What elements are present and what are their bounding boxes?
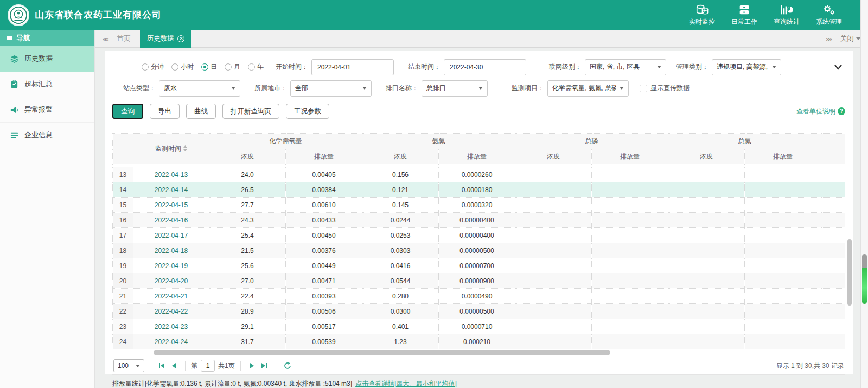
cell-nh_c: 0.401 [362, 319, 439, 334]
menu-query-statistics[interactable]: 查询统计 [773, 4, 801, 27]
radio-hour[interactable]: 小时 [171, 62, 194, 72]
cell-pad [821, 182, 845, 198]
menu-label: 系统管理 [816, 17, 842, 27]
cell-cod_e: 0.00539 [286, 334, 362, 349]
tabs-scroll-left-icon[interactable]: «« [103, 35, 107, 43]
table-row[interactable]: 192022-04-1925.60.004490.04160.00000700 [113, 258, 845, 273]
tabs-scroll-right-icon[interactable]: »» [826, 35, 831, 43]
menu-system-management[interactable]: 系统管理 [815, 4, 843, 27]
cell-pad [821, 319, 845, 334]
start-time-input[interactable] [311, 59, 394, 75]
sub-header-concentration: 浓度 [668, 149, 745, 164]
table-row[interactable]: 222022-04-2228.90.005060.03000.00000500 [113, 304, 845, 319]
cell-tn_e [745, 258, 821, 273]
next-page-button[interactable] [246, 360, 258, 372]
station-type-select[interactable]: 废水 [159, 80, 240, 97]
menu-label: 查询统计 [774, 17, 800, 27]
cell-nh_e: 0.0000710 [439, 319, 515, 334]
start-time-label: 开始时间： [276, 62, 308, 72]
curve-button[interactable]: 曲线 [186, 104, 216, 119]
sidebar-item-abnormal-alarm[interactable]: 异常报警 [0, 97, 94, 123]
table-horizontal-scrollbar[interactable] [154, 350, 610, 355]
tab-history-data[interactable]: 历史数据 ✕ [140, 30, 191, 48]
table-row[interactable]: 132022-04-1324.00.004050.1560.0000260 [113, 167, 845, 182]
last-page-button[interactable] [258, 360, 270, 372]
cell-pad [821, 228, 845, 243]
table-row[interactable]: 202022-04-2027.00.004710.05440.00000900 [113, 273, 845, 289]
unit-description-link[interactable]: 查看单位说明 ? [796, 107, 845, 116]
refresh-button[interactable] [282, 360, 293, 372]
table-vertical-scrollbar[interactable] [847, 239, 852, 306]
cell-pad [821, 198, 845, 213]
menu-daily-work[interactable]: 日常工作 [730, 4, 758, 27]
end-time-input[interactable] [444, 59, 526, 75]
table-row[interactable]: 232022-04-2329.10.005170.4010.0000710 [113, 319, 845, 334]
export-button[interactable]: 导出 [150, 104, 180, 119]
pad-column-header [821, 134, 845, 164]
collapse-filters-chevron-icon[interactable] [834, 65, 842, 70]
row-index: 23 [113, 319, 133, 334]
page-number-input[interactable] [201, 360, 215, 372]
cell-tn_c [668, 228, 745, 243]
cell-pad [821, 304, 845, 319]
city-select[interactable]: 全部 [290, 80, 372, 97]
outlet-name-select[interactable]: 总排口 [422, 80, 488, 97]
page-scrollbar-thumb[interactable] [862, 254, 867, 304]
monitor-item-select[interactable]: 化学需氧量, 氨氮, 总磷, 总氮 [547, 80, 629, 97]
cell-tp_e [592, 319, 668, 334]
layers-icon [10, 54, 19, 63]
cell-cod_e: 0.00393 [286, 289, 362, 304]
radio-year[interactable]: 年 [248, 62, 264, 72]
cell-cod_c: 21.5 [209, 243, 286, 258]
sidebar-item-exceed-summary[interactable]: 超标汇总 [0, 72, 94, 97]
manage-category-select[interactable]: 违规项目, 高架源, 重点排污 [712, 59, 781, 75]
radio-month[interactable]: 月 [225, 62, 240, 72]
sub-header-emission: 排放量 [439, 149, 515, 164]
tab-close-icon[interactable]: ✕ [177, 35, 184, 42]
cell-cod_e: 0.00384 [286, 182, 362, 198]
group-header-tp: 总磷 [515, 134, 668, 149]
table-row[interactable]: 162022-04-1624.30.004330.02440.00000400 [113, 213, 845, 228]
menu-realtime-monitor[interactable]: 实时监控 [688, 4, 716, 27]
row-index: 22 [113, 304, 133, 319]
network-level-select[interactable]: 国家, 省, 市, 区县 [585, 59, 666, 75]
direct-data-checkbox[interactable]: 显示直传数据 [640, 84, 690, 93]
cell-tn_c [668, 243, 745, 258]
data-table-wrap: 监测时间 化学需氧量 氨氮 总磷 总氮 浓度 排放量 浓度 排放 [112, 133, 845, 355]
close-menu-button[interactable]: 关闭 [840, 34, 860, 43]
cell-tp_c [515, 258, 592, 273]
cell-cod_e: 0.00610 [286, 198, 362, 213]
working-params-button[interactable]: 工况参数 [286, 104, 329, 119]
page-scrollbar-track [860, 0, 868, 388]
table-row[interactable]: 172022-04-1725.40.004500.02530.00000400 [113, 228, 845, 243]
tab-home[interactable]: 首页 [107, 34, 140, 43]
filter-row-1: 分钟 小时 日 月 年 开始时间： 结束时间： 联网级别： 国家, 省, 市, … [112, 59, 845, 75]
table-row[interactable]: 182022-04-1821.50.003760.03030.00000500 [113, 243, 845, 258]
sidebar-item-label: 历史数据 [24, 54, 53, 63]
cell-cod_c: 26.5 [209, 182, 286, 198]
prev-page-button[interactable] [168, 360, 180, 372]
gears-icon [822, 4, 835, 16]
cell-tn_c [668, 213, 745, 228]
table-row[interactable]: 212022-04-2122.40.003930.2800.0000490 [113, 289, 845, 304]
time-column-header[interactable]: 监测时间 [133, 134, 209, 164]
open-new-query-button[interactable]: 打开新查询页 [222, 104, 279, 119]
table-row[interactable]: 152022-04-1527.70.006100.1450.0000320 [113, 198, 845, 213]
page-size-select[interactable]: 100 [113, 359, 144, 372]
radio-minute[interactable]: 分钟 [142, 62, 164, 72]
table-row[interactable]: 242022-04-2431.70.005391.230.000210 [113, 334, 845, 349]
sidebar-item-company-info[interactable]: 企业信息 [0, 123, 94, 148]
stats-detail-link[interactable]: 点击查看详情[最大、最小和平均值] [355, 380, 457, 387]
radio-day[interactable]: 日 [201, 62, 217, 72]
cell-cod_c: 28.9 [209, 304, 286, 319]
cell-monitor-time: 2022-04-19 [133, 258, 209, 273]
sort-icon[interactable] [183, 145, 187, 151]
query-button[interactable]: 查询 [112, 104, 143, 119]
sidebar-item-history-data[interactable]: 历史数据 [0, 46, 94, 72]
outlet-name-label: 排口名称： [386, 84, 418, 93]
first-page-button[interactable] [156, 360, 168, 372]
cell-monitor-time: 2022-04-18 [133, 243, 209, 258]
table-horizontal-scrollbar-track [112, 350, 845, 355]
table-row[interactable]: 142022-04-1426.50.003840.1210.0000180 [113, 182, 845, 198]
cell-cod_c: 25.4 [209, 228, 286, 243]
